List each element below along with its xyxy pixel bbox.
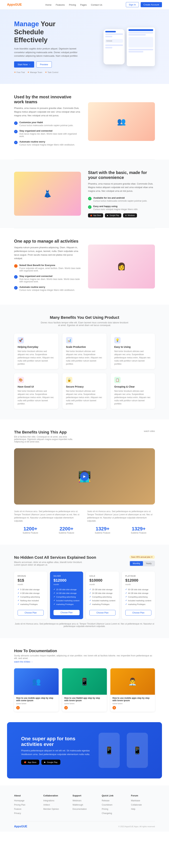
how-card-sub-1: some lorem [16,703,57,705]
one-app-section: One app to manage all activities Vaqueta… [0,228,169,305]
mock-bar [105,36,112,37]
stat-label-1: Sublime Feature [14,532,47,534]
mock-bar [105,33,123,35]
benefit-text-6: Nisl tortor tincidunt ultricies sed aliq… [114,390,151,405]
nav-home[interactable]: Home [46,3,52,6]
play-button[interactable]: ▶ [80,472,89,481]
start-feature-1: ✓ Available for ios and android Cursus l… [88,196,155,202]
one-app-feature-3: ✓ Automate routine worry Cursus nunc vol… [14,286,81,291]
benefit-icon-4: 🎨 [18,377,24,383]
benefits-section: Many Benefits You Get Using Product Done… [0,305,169,420]
footer-link[interactable]: Webinars [73,799,81,802]
stat-2: 2200+ Sublime Feature [50,526,83,534]
nav-contact[interactable]: Contact Us [91,3,102,6]
footer-link[interactable]: Member Opinion [43,808,59,810]
hero-content: Manage YourScheduleEffectively Aute blan… [14,20,84,73]
footer-link[interactable]: Pricing Plan [14,804,25,806]
footer-link[interactable]: Collaborate [131,804,142,806]
stat-3: 1329+ Sublime Feature [86,526,119,534]
stat-num-3: 1329+ [86,526,119,532]
footer-col-quicklink: Quick Link Release Countdown Pricing Cha… [102,794,126,816]
app-benefits-left-header: The Benefits Using This App Elit ut faci… [14,430,76,443]
start-now-button[interactable]: Start Now → [14,61,34,67]
choose-plan-bronze[interactable]: Choose Plan [18,610,44,616]
footer-link[interactable]: Help [131,808,135,810]
footer-col-title-support: Support [73,794,96,797]
stat-4: 1329+ Sublime Feature [122,526,155,534]
toggle-monthly[interactable]: Monthly [130,561,143,566]
mock-card: Schedule [105,39,123,43]
choose-plan-gold[interactable]: Choose Plan [89,610,115,616]
badge-task-control: ★Task Control [45,71,58,73]
video-captions: Justo sit mi rhoncus arcu. Sed pellentes… [14,510,155,523]
pricing-section: No Hidden Cost All Services Explained So… [0,545,169,638]
one-app-feature-2: ✓ Stay organized and connected Duis lacu… [14,275,81,283]
cta-phone-mockup: 📱 [98,733,120,768]
plan-period-gold: month [89,583,115,586]
hero-buttons: Start Now → Preview [14,61,84,67]
how-to-description: Surdy alimanis cursudes risque impediet,… [14,654,155,659]
preview-button[interactable]: Preview [36,61,52,67]
footer-link[interactable]: Mainbase [131,799,140,802]
how-card-title-1: How to use mobile apps step by step with… [16,697,57,702]
how-card-title-2: How to use Habbit app step by step with … [64,697,105,702]
footer-link[interactable]: Walktrough [73,804,83,806]
signin-button[interactable]: Sign In [126,2,139,7]
footer-links-about: Homepage Pricing Plan Feature Privacy [14,799,38,814]
footer-link[interactable]: Documentation [73,808,87,810]
plan-badge-silver: SILVER [54,575,80,577]
footer-link[interactable]: Release [102,799,110,802]
start-photo: 👗 [14,172,81,216]
footer-links-quicklink: Release Countdown Pricing Changelog [102,799,126,814]
plan-features-platinum: 50 GB disk disk storage 44 GB disk disk … [125,588,151,606]
hero-badges: ★Free Trial ★Manage Team ★Task Control [14,71,84,73]
footer-link[interactable]: Artitect [43,804,50,806]
nav-features[interactable]: Features [56,3,65,6]
badge-manage-team: ★Manage Team [27,71,42,73]
how-card-img-3: 👨‍💼 [110,668,155,695]
mock-card [129,37,153,48]
nav-pricing[interactable]: Pricing [69,3,76,6]
feature-icon-3: ✓ [14,141,18,144]
app-benefits-description: Elit ut facilisis ther elite. Consequat … [14,436,76,443]
plan-price-gold: $10000 [89,578,115,583]
toggle-yearly[interactable]: Yearly [143,561,154,566]
benefit-name-4: Have Good UI [18,385,55,388]
logo-text: Apps [7,3,15,6]
feature-icon-5: ✓ [14,275,18,279]
google-play-button[interactable]: ▶ Google Play [41,760,60,765]
stat-label-3: Sublime Feature [86,532,119,534]
plan-price-platinum: $12000 [125,578,151,583]
mock-bar [105,44,123,46]
nav-pages[interactable]: Pages [80,3,87,6]
feature-icon-1: ✓ [14,121,18,125]
innovative-image: 👥 [88,102,155,141]
choose-plan-platinum[interactable]: Choose Plan [125,610,151,616]
footer-link[interactable]: Countdown [102,804,112,806]
footer-col-collaboration: Collaboration Integrations Artitect Memb… [43,794,67,816]
nav-actions: Sign In Create Account [126,2,162,7]
footer-link[interactable]: Integrations [43,799,54,802]
innovative-title: Used by the most innovative work teams [14,94,81,104]
team-photo: 👥 [88,102,155,141]
app-store-button[interactable]: 🍎 App Store [21,760,39,765]
footer-link[interactable]: Pricing [102,808,108,810]
appstore-badge[interactable]: 🍎 App Store [88,213,103,217]
benefit-name-2: Scale Productive [66,345,103,348]
how-card-title-3: How to use mobile apps step by step with… [112,697,153,702]
windows-badge[interactable]: ⊞ Windows [123,213,137,217]
footer-link[interactable]: Privacy [14,812,21,814]
footer-link[interactable]: Changelog [102,812,112,814]
choose-plan-silver[interactable]: Choose Plan [54,610,80,615]
googleplay-badge[interactable]: ▶ Google Play [105,213,121,217]
how-card-body-3: How to use mobile apps step by step with… [110,695,155,712]
watch-video-link[interactable]: watch the eVideo → [14,660,155,663]
footer-link[interactable]: Feature [14,808,21,810]
mock-bar [129,34,146,35]
how-card-body-1: How to use mobile apps step by step with… [14,695,59,712]
app-benefits-title: The Benefits Using This App [14,430,76,435]
how-card-sub-3: some lorem [112,703,153,705]
how-card-img-1: 👥 [14,668,59,695]
create-account-button[interactable]: Create Account [141,2,162,7]
footer-link[interactable]: Homepage [14,799,25,802]
